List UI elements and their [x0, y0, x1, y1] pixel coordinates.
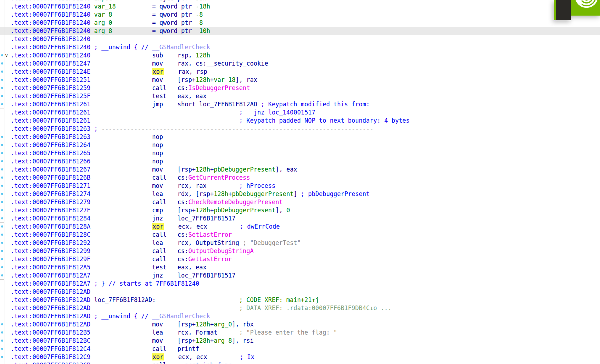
disasm-line[interactable]: .text:00007FF6B1F81240 [0, 35, 600, 43]
disasm-text: .text:00007FF6B1F812B5 lea rcx, Format ;… [11, 329, 337, 337]
disasm-text: .text:00007FF6B1F812AD ; __unwind { // _… [11, 312, 210, 320]
disasm-line[interactable]: .text:00007FF6B1F81263 nop [0, 133, 600, 141]
disasm-line[interactable]: .text:00007FF6B1F8126B call cs:GetCurren… [0, 174, 600, 182]
instruction-dot-icon [1, 258, 3, 260]
disasm-line[interactable]: ∨.text:00007FF6B1F81240 sub rsp, 128h [0, 51, 600, 60]
instruction-dot-icon [1, 356, 3, 358]
disasm-line[interactable]: .text:00007FF6B1F81266 nop [0, 157, 600, 166]
disasm-text: .text:00007FF6B1F8128C call cs:SetLastEr… [11, 231, 232, 239]
instruction-dot-icon [1, 152, 3, 154]
disasm-line[interactable]: .text:00007FF6B1F81259 call cs:IsDebugge… [0, 84, 600, 92]
disasm-line[interactable]: .text:00007FF6B1F812AD ; DATA XREF: .rda… [0, 304, 600, 312]
instruction-dot-icon [1, 266, 3, 268]
disasm-line[interactable]: .text:00007FF6B1F81240 arg_0 = qword ptr… [0, 19, 600, 27]
disasm-line[interactable]: .text:00007FF6B1F812A5 test eax, eax [0, 263, 600, 271]
disasm-text: .text:00007FF6B1F812AD ; DATA XREF: .rda… [11, 304, 392, 312]
disasm-line[interactable]: .text:00007FF6B1F8128C call cs:SetLastEr… [0, 231, 600, 239]
disasm-text: .text:00007FF6B1F81240 arg_8 = qword ptr… [11, 27, 210, 35]
disasm-line[interactable]: .text:00007FF6B1F812B5 lea rcx, Format ;… [0, 329, 600, 337]
disasm-text: .text:00007FF6B1F812AD loc_7FF6B1F812AD:… [11, 296, 319, 304]
instruction-dot-icon [1, 250, 3, 252]
instruction-dot-icon [1, 209, 3, 211]
disasm-line[interactable]: .text:00007FF6B1F81284 jnz loc_7FF6B1F81… [0, 214, 600, 223]
instruction-dot-icon [1, 62, 3, 65]
disasm-line[interactable]: .text:00007FF6B1F812CB call __acrt_iob_f… [0, 361, 600, 364]
disasm-line[interactable]: .text:00007FF6B1F81261 jmp short loc_7FF… [0, 100, 600, 108]
instruction-dot-icon [1, 242, 3, 244]
instruction-dot-icon [1, 274, 3, 276]
disasm-text: .text:00007FF6B1F81261 ; jnz loc_1400015… [11, 108, 315, 117]
disasm-text: .text:00007FF6B1F81240 var_18 = qword pt… [11, 2, 210, 11]
disasm-line[interactable]: .text:00007FF6B1F81240 var_18 = qword pt… [0, 2, 600, 11]
disasm-line[interactable]: .text:00007FF6B1F81265 nop [0, 149, 600, 157]
disasm-text: .text:00007FF6B1F81263 ; ---------------… [11, 125, 374, 133]
disasm-line[interactable]: .text:00007FF6B1F812C9 xor ecx, ecx ; Ix [0, 353, 600, 361]
disasm-text: .text:00007FF6B1F81264 nop [11, 141, 163, 149]
disasm-line[interactable]: .text:00007FF6B1F81261 ; jnz loc_1400015… [0, 108, 600, 117]
collapse-function-icon[interactable]: ∨ [5, 51, 8, 60]
nvidia-eye-icon [571, 0, 600, 16]
disasm-line[interactable]: .text:00007FF6B1F81279 call cs:CheckRemo… [0, 198, 600, 206]
disasm-line[interactable]: .text:00007FF6B1F812A7 jnz loc_7FF6B1F81… [0, 271, 600, 280]
instruction-dot-icon [1, 234, 3, 236]
disasm-text: .text:00007FF6B1F812BC mov [rsp+128h+arg… [11, 337, 254, 345]
disasm-line[interactable]: .text:00007FF6B1F81299 call cs:OutputDeb… [0, 247, 600, 255]
disasm-text: .text:00007FF6B1F81240 sub rsp, 128h [11, 51, 210, 60]
disasm-line[interactable]: .text:00007FF6B1F81240 ; __unwind { // _… [0, 43, 600, 51]
disasm-line[interactable]: .text:00007FF6B1F81251 mov [rsp+128h+var… [0, 76, 600, 84]
disasm-line[interactable]: .text:00007FF6B1F81263 ; ---------------… [0, 125, 600, 133]
disasm-text: .text:00007FF6B1F812A5 test eax, eax [11, 263, 207, 271]
disasm-line[interactable]: .text:00007FF6B1F81267 mov [rsp+128h+pbD… [0, 166, 600, 174]
disasm-text: .text:00007FF6B1F8127F cmp [rsp+128h+pbD… [11, 206, 290, 214]
disasm-line[interactable]: .text:00007FF6B1F81247 mov rax, cs:__sec… [0, 60, 600, 68]
disasm-line[interactable]: .text:00007FF6B1F81240 var_8 = qword ptr… [0, 11, 600, 19]
instruction-dot-icon [1, 201, 3, 203]
disasm-line[interactable]: .text:00007FF6B1F812C4 call printf [0, 345, 600, 353]
instruction-dot-icon [1, 54, 3, 56]
disasm-text: .text:00007FF6B1F81299 call cs:OutputDeb… [11, 247, 254, 255]
disasm-line[interactable]: .text:00007FF6B1F81292 lea rcx, OutputSt… [0, 239, 600, 247]
disasm-line[interactable]: .text:00007FF6B1F81240 input = byte ptr … [0, 0, 600, 2]
disasm-line[interactable]: .text:00007FF6B1F81264 nop [0, 141, 600, 149]
instruction-dot-icon [1, 168, 3, 170]
disasm-listing[interactable]: .text:00007FF6B1F81240 input = byte ptr … [0, 0, 600, 364]
disasm-line[interactable]: .text:00007FF6B1F81271 mov rcx, rax ; hP… [0, 182, 600, 190]
disasm-text: .text:00007FF6B1F812A7 jnz loc_7FF6B1F81… [11, 271, 236, 280]
disasm-line[interactable]: .text:00007FF6B1F812A7 ; } // starts at … [0, 280, 600, 288]
disasm-text: .text:00007FF6B1F81274 lea rdx, [rsp+128… [11, 190, 370, 198]
disasm-text: .text:00007FF6B1F8125F test eax, eax [11, 92, 207, 100]
disasm-text: .text:00007FF6B1F8126B call cs:GetCurren… [11, 174, 250, 182]
disasm-text: .text:00007FF6B1F81265 nop [11, 149, 163, 157]
disasm-text: .text:00007FF6B1F81279 call cs:CheckRemo… [11, 198, 283, 206]
disasm-text: .text:00007FF6B1F81240 [11, 35, 90, 43]
disasm-text: .text:00007FF6B1F8128A xor ecx, ecx ; dw… [11, 223, 280, 231]
disasm-line[interactable]: .text:00007FF6B1F8125F test eax, eax [0, 92, 600, 100]
instruction-dot-icon [1, 177, 3, 179]
disasm-line[interactable]: .text:00007FF6B1F812BC mov [rsp+128h+arg… [0, 337, 600, 345]
disasm-line[interactable]: .text:00007FF6B1F812AD [0, 288, 600, 296]
nvidia-logo-dark-panel [556, 0, 571, 20]
disasm-line[interactable]: .text:00007FF6B1F81274 lea rdx, [rsp+128… [0, 190, 600, 198]
instruction-dot-icon [1, 160, 3, 162]
instruction-dot-icon [1, 331, 3, 334]
disasm-line[interactable]: .text:00007FF6B1F8127F cmp [rsp+128h+pbD… [0, 206, 600, 214]
disasm-text: .text:00007FF6B1F81261 ; Keypatch padded… [11, 117, 410, 125]
disasm-line[interactable]: .text:00007FF6B1F8124E xor rax, rsp [0, 68, 600, 76]
disasm-line[interactable]: .text:00007FF6B1F8128A xor ecx, ecx ; dw… [0, 223, 600, 231]
disasm-text: .text:00007FF6B1F81247 mov rax, cs:__sec… [11, 60, 268, 68]
disasm-line[interactable]: .text:00007FF6B1F812AD loc_7FF6B1F812AD:… [0, 296, 600, 304]
disasm-text: .text:00007FF6B1F812AD [11, 288, 90, 296]
nvidia-logo[interactable] [554, 0, 600, 28]
instruction-dot-icon [1, 225, 3, 228]
disasm-text: .text:00007FF6B1F81271 mov rcx, rax ; hP… [11, 182, 275, 190]
disasm-text: .text:00007FF6B1F81263 nop [11, 133, 163, 141]
disasm-line-selected[interactable]: .text:00007FF6B1F81240 arg_8 = qword ptr… [0, 27, 600, 35]
disasm-line[interactable]: .text:00007FF6B1F81261 ; Keypatch padded… [0, 117, 600, 125]
disasm-line[interactable]: .text:00007FF6B1F812AD ; __unwind { // _… [0, 312, 600, 320]
disasm-line[interactable]: .text:00007FF6B1F812AD mov [rsp+128h+arg… [0, 320, 600, 329]
disasm-text: .text:00007FF6B1F812AD mov [rsp+128h+arg… [11, 320, 254, 329]
disasm-text: .text:00007FF6B1F812A7 ; } // starts at … [11, 280, 199, 288]
instruction-dot-icon [1, 217, 3, 219]
disasm-text: .text:00007FF6B1F8124E xor rax, rsp [11, 68, 207, 76]
disasm-line[interactable]: .text:00007FF6B1F8129F call cs:GetLastEr… [0, 255, 600, 263]
